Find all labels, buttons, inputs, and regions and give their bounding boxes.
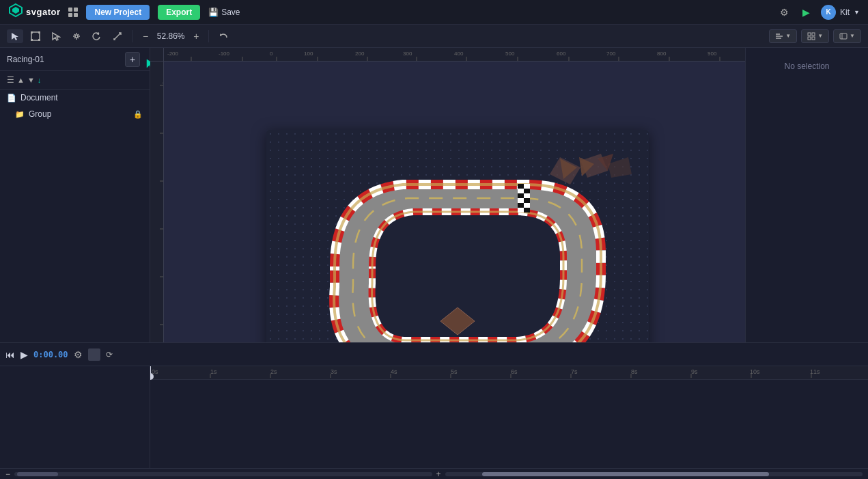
svg-text:500: 500 bbox=[505, 51, 515, 57]
layers-sort-down-btn[interactable]: ▼ bbox=[27, 76, 35, 84]
direct-select-tool-btn[interactable] bbox=[48, 29, 64, 43]
svg-rect-4 bbox=[38, 31, 40, 33]
timeline-playhead[interactable] bbox=[150, 366, 151, 379]
svg-point-7 bbox=[75, 35, 78, 38]
svg-rect-79 bbox=[524, 184, 530, 189]
timeline-time-display: 0:00.00 bbox=[33, 350, 68, 359]
chevron-down-icon-align: ▼ bbox=[785, 33, 791, 39]
svg-rect-95 bbox=[150, 366, 868, 378]
timeline-stop-btn[interactable] bbox=[88, 348, 100, 361]
settings-icon-btn[interactable]: ⚙ bbox=[777, 5, 792, 19]
layer-group-label: Group bbox=[29, 109, 129, 119]
svg-rect-88 bbox=[518, 208, 524, 213]
svg-rect-82 bbox=[518, 193, 524, 198]
svg-rect-86 bbox=[518, 203, 524, 208]
layers-menu-btn[interactable]: ☰ bbox=[7, 75, 14, 85]
timeline-zoom-thumb[interactable] bbox=[482, 472, 769, 476]
svg-rect-3 bbox=[31, 31, 33, 33]
layers-add-btn[interactable]: ↓ bbox=[38, 76, 42, 84]
svg-rect-11 bbox=[808, 33, 811, 36]
toolbar-divider-1 bbox=[132, 30, 133, 42]
zoom-level[interactable]: 52.86% bbox=[154, 31, 188, 41]
zoom-control: − 52.86% + bbox=[140, 29, 201, 43]
undo-btn[interactable] bbox=[216, 29, 232, 43]
sidebar: Racing-01 + ☰ ▲ ▼ ↓ 📄 Document 📁 G bbox=[0, 48, 150, 342]
svg-text:6s: 6s bbox=[511, 368, 518, 375]
svg-text:200: 200 bbox=[355, 51, 365, 57]
svg-text:700: 700 bbox=[606, 51, 616, 57]
canvas-viewport[interactable] bbox=[164, 61, 745, 342]
layer-document-label: Document bbox=[20, 93, 143, 102]
display-btn[interactable]: ▼ bbox=[833, 29, 861, 43]
timeline-ruler-svg: 0s 1s 2s 3s 4s 5s 6s 7s 8s 9s 10s 11s 12… bbox=[150, 366, 868, 378]
rotate-tool-btn[interactable] bbox=[89, 29, 105, 43]
canvas-background bbox=[164, 61, 745, 342]
timeline-loop-btn[interactable]: ⟳ bbox=[106, 350, 113, 359]
timeline-settings-btn[interactable]: ⚙ bbox=[74, 349, 83, 360]
lock-icon[interactable]: 🔒 bbox=[133, 110, 143, 119]
svg-rect-85 bbox=[524, 198, 530, 203]
timeline-play-btn[interactable]: ▶ bbox=[20, 349, 28, 360]
svg-rect-6 bbox=[38, 39, 40, 41]
timeline-scrollbar: − + bbox=[0, 468, 868, 479]
scale-tool-btn[interactable] bbox=[109, 29, 126, 43]
svg-rect-80 bbox=[518, 189, 524, 193]
export-button[interactable]: Export bbox=[158, 5, 200, 20]
save-button[interactable]: 💾 Save bbox=[208, 8, 240, 17]
playhead-handle[interactable] bbox=[150, 373, 154, 380]
timeline-back-btn[interactable]: ⏮ bbox=[5, 349, 15, 360]
svg-text:0: 0 bbox=[270, 51, 273, 57]
track-container bbox=[266, 130, 649, 342]
topbar-right: ⚙ ▶ K Kit ▼ bbox=[777, 5, 860, 20]
timeline-header: ⏮ ▶ 0:00.00 ⚙ ⟳ bbox=[0, 343, 868, 366]
document-icon: 📄 bbox=[7, 94, 16, 102]
timeline: ⏮ ▶ 0:00.00 ⚙ ⟳ 0s 1s 2s 3s 4s 5s 6s bbox=[0, 342, 868, 479]
no-selection-label: No selection bbox=[746, 48, 868, 85]
scrollbar-thumb[interactable] bbox=[17, 472, 58, 476]
user-badge[interactable]: K Kit ▼ bbox=[821, 5, 860, 20]
svg-text:3s: 3s bbox=[331, 368, 337, 375]
zoom-out-btn[interactable]: − bbox=[140, 29, 151, 43]
zoom-in-btn[interactable]: + bbox=[191, 29, 201, 43]
svg-rect-13 bbox=[808, 37, 811, 40]
racing-track-svg bbox=[266, 130, 649, 342]
grid-view-btn[interactable]: ▼ bbox=[801, 29, 829, 43]
ruler-v-svg: 100 200 300 400 500 600 700 bbox=[150, 61, 164, 342]
ruler-vertical: 100 200 300 400 500 600 700 bbox=[150, 61, 164, 342]
svg-rect-89 bbox=[524, 208, 530, 213]
logo-text: svgator bbox=[26, 7, 60, 17]
add-layer-btn[interactable]: + bbox=[125, 52, 140, 67]
transform-tool-btn[interactable] bbox=[27, 29, 44, 43]
svg-text:300: 300 bbox=[403, 51, 412, 57]
timeline-zoom-track[interactable] bbox=[445, 472, 863, 476]
svg-text:600: 600 bbox=[557, 51, 566, 57]
chevron-down-icon-display: ▼ bbox=[850, 33, 855, 39]
group-icon: 📁 bbox=[15, 110, 25, 119]
layers-header: ☰ ▲ ▼ ↓ bbox=[0, 71, 150, 90]
svg-text:400: 400 bbox=[454, 51, 464, 57]
align-btn[interactable]: ▼ bbox=[769, 29, 797, 43]
scrollbar-track[interactable] bbox=[14, 472, 432, 476]
save-icon: 💾 bbox=[208, 8, 219, 17]
new-project-button[interactable]: New Project bbox=[86, 5, 150, 20]
user-name: Kit bbox=[840, 8, 850, 17]
layer-group[interactable]: 📁 Group 🔒 bbox=[0, 106, 150, 122]
svg-text:8s: 8s bbox=[631, 368, 638, 375]
svg-text:-200: -200 bbox=[167, 51, 179, 57]
layers-sort-up-btn[interactable]: ▲ bbox=[17, 76, 25, 84]
select-tool-btn[interactable] bbox=[7, 29, 23, 43]
svg-text:1s: 1s bbox=[210, 368, 217, 375]
svg-text:4s: 4s bbox=[391, 368, 397, 375]
toolbar-divider-2 bbox=[208, 30, 209, 42]
sidebar-header: Racing-01 + bbox=[0, 48, 150, 71]
canvas-area[interactable]: -200 -100 0 100 200 300 400 500 600 700 … bbox=[150, 48, 745, 342]
pan-tool-btn[interactable] bbox=[68, 29, 85, 43]
svg-text:100: 100 bbox=[304, 51, 313, 57]
layer-document[interactable]: 📄 Document bbox=[0, 90, 150, 106]
play-preview-btn[interactable]: ▶ bbox=[800, 5, 813, 19]
apps-icon[interactable] bbox=[68, 8, 78, 17]
scroll-left-btn[interactable]: − bbox=[5, 469, 10, 479]
timeline-ruler-area[interactable]: 0s 1s 2s 3s 4s 5s 6s 7s 8s 9s 10s 11s 12… bbox=[150, 366, 868, 468]
svg-rect-84 bbox=[518, 198, 524, 203]
scroll-right-btn[interactable]: + bbox=[436, 469, 441, 479]
